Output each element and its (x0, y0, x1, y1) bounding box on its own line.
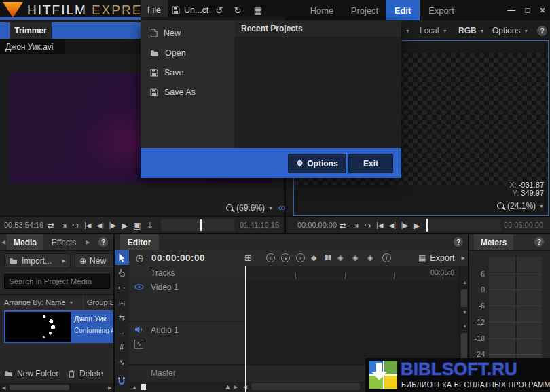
keyframe-icon[interactable]: ◆ (311, 253, 316, 262)
rgb-dropdown[interactable]: RGB ▼ (458, 23, 485, 38)
viewer-zoom-control[interactable]: (24.1%) ▼ (497, 201, 544, 211)
tab-effects[interactable]: Effects (45, 234, 83, 250)
speaker-icon[interactable] (134, 325, 143, 334)
editor-timecode[interactable]: 00:00:00:00 (151, 253, 205, 263)
local-dropdown[interactable]: Local ▼ (420, 23, 447, 38)
zoom-in-icon[interactable]: ▲ (224, 382, 232, 391)
tab-trimmer[interactable]: Trimmer (10, 22, 52, 39)
playhead-marker-button[interactable]: ● (281, 253, 290, 262)
media-help-button[interactable]: ? (98, 237, 108, 247)
menu-item-new[interactable]: New (141, 23, 234, 43)
extract-icon[interactable]: ◈ (367, 253, 373, 262)
razor-bars-icon[interactable]: ▮▮ (325, 253, 331, 261)
group-by-dropdown[interactable]: Group B (87, 295, 114, 310)
snapping-toggle[interactable] (114, 374, 129, 389)
new-button[interactable]: ⊕ New (75, 253, 114, 268)
link-zoom-icon[interactable]: ∞ (278, 202, 285, 213)
search-input[interactable] (4, 274, 110, 289)
tab-media[interactable]: Media (7, 234, 43, 250)
next-edit-button[interactable]: › (296, 253, 305, 262)
step-back-icon[interactable]: ◀| (388, 221, 395, 229)
meters-help-button[interactable]: ? (534, 237, 544, 247)
rolling-edit-tool[interactable]: ⇆ (114, 310, 129, 325)
trimmer-scrubber[interactable] (161, 219, 234, 231)
tab-editor[interactable]: Editor (120, 234, 159, 250)
previous-frame-icon[interactable]: |◀ (84, 221, 91, 229)
ripple-edit-tool[interactable]: |↔| (114, 295, 129, 310)
vscroll-thumb[interactable] (461, 289, 467, 307)
play-icon[interactable]: ▶ (122, 221, 128, 230)
ripple-delete-icon[interactable]: ◈ (337, 253, 343, 262)
options-button[interactable]: ⚙ Options (288, 154, 346, 173)
scroll-down-icon[interactable]: ▼ (462, 310, 467, 315)
timeline-zoom-handle[interactable] (141, 384, 146, 390)
tab-project[interactable]: Project (346, 0, 383, 20)
timeline-ruler[interactable]: 00:05:0 (246, 266, 459, 281)
export-button[interactable]: ▦ Export ▶ (418, 250, 465, 266)
tab-scroll-right-icon[interactable]: ▶ (86, 239, 90, 245)
scroll-up-icon[interactable]: ▲ (462, 323, 467, 328)
step-forward-icon[interactable]: |▶ (401, 221, 408, 229)
tab-home[interactable]: Home (306, 0, 338, 20)
menu-item-save-as[interactable]: Save As (141, 82, 234, 102)
lift-icon[interactable]: ◈ (352, 253, 358, 262)
tab-export[interactable]: Export (424, 0, 459, 20)
viewer-scrubber[interactable] (429, 219, 501, 231)
step-back-icon[interactable]: ◀| (96, 221, 103, 229)
tab-meters[interactable]: Meters (474, 234, 513, 250)
exit-button[interactable]: Exit (348, 154, 393, 173)
tab-edit[interactable]: Edit (386, 0, 420, 20)
loop-playback-icon[interactable]: ⇄ (340, 221, 346, 230)
set-in-point-icon[interactable]: ↪ (72, 221, 79, 230)
slice-tool[interactable]: ▭ (114, 280, 129, 295)
tab-scroll-left-icon[interactable]: ◀ (1, 239, 5, 245)
media-hscroll-thumb[interactable] (10, 385, 69, 390)
insert-clip-icon[interactable]: ▣ (133, 221, 141, 230)
zoom-out-icon[interactable]: ▴ (133, 384, 136, 390)
trimmer-zoom-control[interactable]: (69.6%) ▼ (0, 200, 273, 215)
slip-tool[interactable]: ↔ (114, 325, 129, 340)
viewer-options-dropdown[interactable]: Options ▼ (492, 23, 528, 38)
trimmer-playhead[interactable] (200, 219, 202, 231)
minimize-button[interactable]: — (504, 0, 519, 20)
ease-tool[interactable]: ∿ (114, 355, 129, 370)
delete-button[interactable]: Delete (68, 366, 103, 382)
arrange-by-dropdown[interactable]: Arrange By: Name ▼ (4, 295, 73, 310)
timeline-hscroll-thumb[interactable] (251, 383, 360, 390)
overlay-clip-icon[interactable]: ⇓ (147, 221, 153, 230)
scroll-up-icon[interactable]: ▲ (462, 280, 467, 285)
media-list-item[interactable]: Джон Уик.. Conforming A (4, 310, 114, 343)
play-icon[interactable]: ▶ (414, 221, 420, 230)
select-tool[interactable] (114, 250, 129, 265)
scroll-right-icon[interactable]: ▶ (108, 385, 111, 391)
timeline-playhead[interactable] (245, 266, 246, 392)
editor-help-button[interactable]: ? (454, 237, 463, 247)
hidden-dropdown-caret[interactable]: ▼ (402, 23, 410, 38)
new-folder-button[interactable]: New Folder (4, 366, 58, 382)
menu-item-open[interactable]: Open (141, 43, 234, 63)
waveform-toggle-icon[interactable]: ∿ (134, 340, 143, 349)
media-hscrollbar[interactable]: ◀ ▶ (0, 383, 114, 392)
menu-item-save[interactable]: Save (141, 63, 234, 82)
loop-playback-icon[interactable]: ⇄ (48, 221, 54, 230)
export-frame-icon[interactable]: ⇥ (352, 221, 359, 230)
panel-divider[interactable] (113, 234, 115, 392)
viewer-help-button[interactable]: ? (537, 26, 547, 36)
previous-frame-icon[interactable]: |◀ (376, 221, 383, 229)
import-button[interactable]: Import... ▶ (4, 253, 71, 268)
video-track-lane[interactable] (246, 280, 459, 321)
info-button[interactable]: i (382, 253, 391, 262)
step-forward-icon[interactable]: |▶ (109, 221, 116, 229)
viewer-playhead[interactable] (426, 219, 428, 232)
maximize-button[interactable]: □ (520, 0, 535, 20)
scroll-right-icon[interactable]: ▶ (234, 384, 238, 390)
hand-tool[interactable] (114, 265, 129, 280)
scroll-left-icon[interactable]: ◀ (2, 385, 5, 391)
add-slate-icon[interactable]: ⊞ (244, 253, 252, 263)
eye-icon[interactable] (134, 284, 144, 290)
close-button[interactable]: × (536, 0, 549, 20)
set-in-point-icon[interactable]: ↪ (364, 221, 371, 230)
previous-edit-button[interactable]: ‹ (266, 253, 275, 262)
rate-stretch-tool[interactable]: # (114, 340, 129, 355)
export-frame-icon[interactable]: ⇥ (60, 221, 67, 230)
